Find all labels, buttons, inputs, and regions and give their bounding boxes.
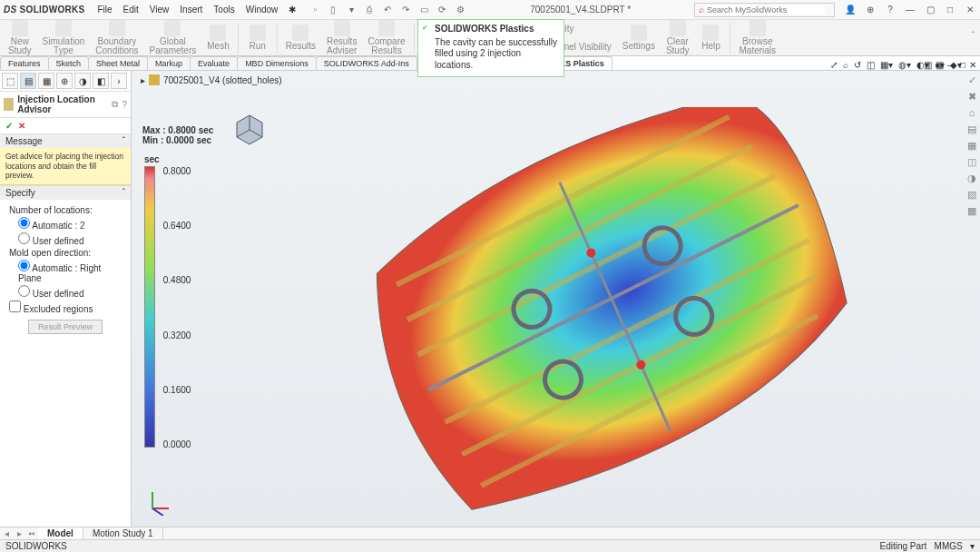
tab-mbd[interactable]: MBD Dimensions xyxy=(237,56,317,70)
notif-title: SOLIDWORKS Plastics xyxy=(435,24,558,35)
open-icon[interactable]: ▯ xyxy=(327,4,339,16)
num-user-radio[interactable]: User defined xyxy=(18,232,125,246)
mold-auto-radio[interactable]: Automatic : Right Plane xyxy=(18,260,125,283)
reject-icon[interactable]: ✖ xyxy=(965,91,978,104)
bottom-tab-model[interactable]: Model xyxy=(38,527,83,539)
rail-home-icon[interactable]: ⌂ xyxy=(965,107,978,120)
legend-tick: 0.6400 xyxy=(163,221,191,231)
doc-max-icon[interactable]: □ xyxy=(960,60,965,70)
feature-tree-icon[interactable]: ⬚ xyxy=(2,73,18,89)
ribbon-global-params[interactable]: GlobalParameters xyxy=(145,19,201,56)
tab-prev-icon[interactable]: ◂ xyxy=(0,528,13,538)
menu-view[interactable]: View xyxy=(150,5,170,15)
ribbon-collapse-icon[interactable]: ˆ xyxy=(972,31,975,41)
breadcrumb[interactable]: ▸ 70025001_V4 (slotted_holes) xyxy=(141,74,282,85)
doc-min-icon[interactable]: — xyxy=(947,60,956,70)
bottom-tab-motion[interactable]: Motion Study 1 xyxy=(83,527,163,539)
configmgr-icon[interactable]: ▦ xyxy=(38,73,54,89)
view-triad[interactable] xyxy=(145,488,172,516)
rail-appearance-icon[interactable]: ◑ xyxy=(965,172,978,185)
ribbon-results-adviser[interactable]: ResultsAdviser xyxy=(322,19,361,56)
message-panel-head[interactable]: Messageˆ xyxy=(0,133,131,148)
propmgr-icon[interactable]: ▤ xyxy=(20,73,36,89)
tab-sketch[interactable]: Sketch xyxy=(48,56,90,70)
ribbon-run[interactable]: Run xyxy=(242,24,273,52)
rail-view-icon[interactable]: ◫ xyxy=(965,156,978,169)
zoomfit-icon[interactable]: ⤢ xyxy=(830,60,838,70)
undo-icon[interactable]: ↶ xyxy=(381,4,394,16)
advisor-pin-icon[interactable]: ⧉ xyxy=(112,99,118,110)
doc-split-icon[interactable]: ▥ xyxy=(924,60,932,70)
accept-icon[interactable]: ✓ xyxy=(965,74,978,87)
cascade-icon[interactable]: ▢ xyxy=(924,5,936,15)
redo-icon[interactable]: ↷ xyxy=(399,4,412,16)
notify-icon[interactable]: ⊕ xyxy=(864,5,877,15)
legend-tick: 0.0000 xyxy=(163,439,191,449)
menu-tools[interactable]: Tools xyxy=(213,5,234,15)
ribbon-mesh[interactable]: Mesh xyxy=(202,24,233,52)
cancel-button[interactable]: ✕ xyxy=(18,121,25,131)
dimxpert-icon[interactable]: ⊕ xyxy=(56,73,73,89)
rail-library-icon[interactable]: ▦ xyxy=(965,140,978,153)
ribbon-compare[interactable]: CompareResults xyxy=(363,19,409,56)
display-mgr-icon[interactable]: ◑ xyxy=(74,73,91,89)
specify-panel-head[interactable]: Specifyˆ xyxy=(0,185,131,200)
orient-icon[interactable]: ▦▾ xyxy=(880,60,893,70)
plastics-tree-icon[interactable]: ◧ xyxy=(93,73,109,89)
tab-list-icon[interactable]: ▪▪ xyxy=(25,528,38,538)
maximize-icon[interactable]: □ xyxy=(944,5,956,15)
graphics-viewport[interactable]: ▸ 70025001_V4 (slotted_holes) Max : 0.80… xyxy=(132,71,980,532)
excluded-check[interactable]: Excluded regions xyxy=(9,301,125,314)
help-icon[interactable]: ? xyxy=(884,5,897,15)
advisor-help-icon[interactable]: ? xyxy=(122,100,127,110)
section-icon[interactable]: ◫ xyxy=(867,60,875,70)
tab-sheetmetal[interactable]: Sheet Metal xyxy=(88,56,148,70)
num-auto-radio[interactable]: Automatic : 2 xyxy=(18,217,125,231)
login-icon[interactable]: 👤 xyxy=(844,5,857,15)
rebuild-icon[interactable]: ⟳ xyxy=(436,4,448,16)
tab-features[interactable]: Features xyxy=(0,56,49,70)
ribbon-sim-type[interactable]: SimulationType xyxy=(38,19,90,56)
ribbon-clear-study[interactable]: ClearStudy xyxy=(662,19,694,56)
ribbon-browse-materials[interactable]: BrowseMaterials xyxy=(734,19,780,56)
mold-user-radio[interactable]: User defined xyxy=(18,285,125,299)
rail-custom-icon[interactable]: ▧ xyxy=(965,189,978,202)
tab-next-icon[interactable]: ▸ xyxy=(13,528,25,538)
search-input[interactable] xyxy=(707,5,825,15)
ribbon-boundary[interactable]: BoundaryConditions xyxy=(91,19,142,56)
notification-toast[interactable]: SOLIDWORKS Plastics The cavity can be su… xyxy=(417,19,564,77)
rail-forum-icon[interactable]: ▩ xyxy=(965,205,978,218)
display-icon[interactable]: ◍▾ xyxy=(898,60,911,70)
ribbon-new-study[interactable]: NewStudy xyxy=(4,19,36,56)
close-icon[interactable]: ✕ xyxy=(964,5,976,15)
select-icon[interactable]: ▭ xyxy=(417,4,430,16)
ribbon-help[interactable]: Help xyxy=(695,24,726,52)
prevview-icon[interactable]: ↺ xyxy=(854,60,861,70)
save-icon[interactable]: ▾ xyxy=(345,4,358,16)
search-box[interactable]: ⌕ xyxy=(694,3,835,17)
ok-button[interactable]: ✓ xyxy=(5,121,13,131)
zoomarea-icon[interactable]: ⌕ xyxy=(843,60,848,70)
menu-star[interactable]: ✱ xyxy=(289,5,296,15)
ribbon-results[interactable]: Results xyxy=(281,24,320,52)
menu-edit[interactable]: Edit xyxy=(123,5,139,15)
new-icon[interactable]: ▫ xyxy=(309,4,321,16)
result-preview-button[interactable]: Result Preview xyxy=(28,320,103,334)
options-icon[interactable]: ⚙ xyxy=(454,4,466,16)
status-units[interactable]: MMGS xyxy=(935,541,963,551)
doc-tile-icon[interactable]: ▦ xyxy=(936,60,944,70)
print-icon[interactable]: ⎙ xyxy=(363,4,376,16)
menu-insert[interactable]: Insert xyxy=(180,5,202,15)
tab-evaluate[interactable]: Evaluate xyxy=(190,56,238,70)
minimize-icon[interactable]: — xyxy=(904,5,916,15)
mgr-more-icon[interactable]: › xyxy=(111,73,127,89)
orientation-cube[interactable] xyxy=(231,112,268,148)
menu-file[interactable]: File xyxy=(97,5,112,15)
tab-markup[interactable]: Markup xyxy=(147,56,191,70)
menu-window[interactable]: Window xyxy=(246,5,279,15)
rail-resources-icon[interactable]: ▤ xyxy=(965,123,978,136)
tab-addins[interactable]: SOLIDWORKS Add-Ins xyxy=(316,56,417,70)
ribbon-settings[interactable]: Settings xyxy=(618,24,660,52)
status-bar: SOLIDWORKS Editing Part MMGS ▾ xyxy=(0,539,980,552)
doc-close-icon[interactable]: ✕ xyxy=(969,60,976,70)
